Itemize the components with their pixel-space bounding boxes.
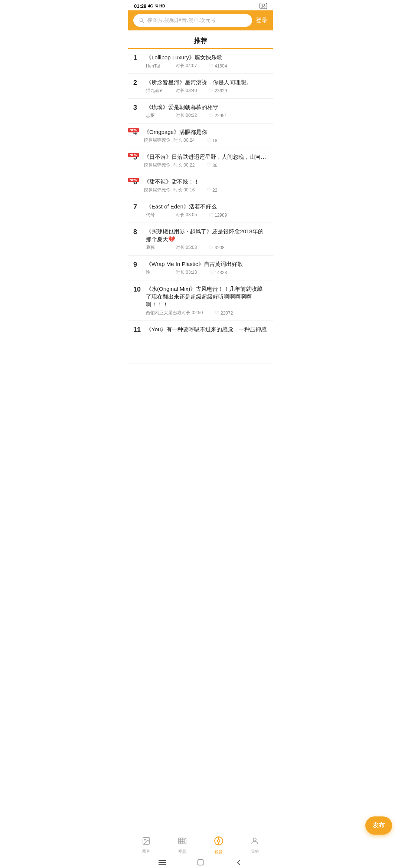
- new-badge: NEW: [128, 153, 139, 157]
- heart-icon: ♡: [207, 187, 211, 193]
- item-number: 9: [133, 260, 144, 269]
- item-content: 《Lollipop Luxury》腐女快乐歌 HenTai 时长:04:07 ♡…: [146, 53, 268, 69]
- item-meta: 猫九命♥ 时长:03:40 ♡ 23629: [146, 88, 268, 94]
- item-likes: ♡ 3208: [209, 245, 225, 250]
- item-content: 《日不落》日落跌进迢迢星野，人间忽晚，山河已秋 挖鼻屎弹死你. 时长:00:22…: [144, 153, 268, 168]
- heart-icon: ♡: [209, 113, 213, 118]
- item-author: 志枢: [146, 112, 176, 119]
- item-likes: ♡ 18: [207, 138, 217, 143]
- item-content: 《You》有一种要呼吸不过来的感觉，一种压抑感: [146, 325, 268, 333]
- item-content: 《East of Eden》活着不好么 代号 时长:03:05 ♡ 12989: [146, 203, 268, 218]
- item-likes: ♡ 36: [207, 162, 217, 168]
- likes-count: 3208: [215, 245, 225, 250]
- item-meta: 挖鼻屎弹死你. 时长:00:22 ♡ 36: [144, 162, 268, 168]
- heart-icon: ♡: [209, 88, 213, 93]
- item-number: 2: [133, 78, 144, 87]
- item-title: 《所念皆星河》星河滚烫，你是人间理想。: [146, 78, 268, 86]
- item-duration: 时长:00:24: [173, 137, 207, 144]
- likes-count: 41604: [215, 63, 227, 69]
- item-likes: ♡ 41604: [209, 63, 227, 69]
- list-item[interactable]: NEW 5 《日不落》日落跌进迢迢星野，人间忽晚，山河已秋 挖鼻屎弹死你. 时长…: [128, 148, 273, 173]
- status-bar: 01:28 4G ⇅ HD 13: [128, 0, 273, 10]
- item-likes: ♡ 22: [207, 187, 217, 193]
- item-duration: 时长:04:07: [176, 63, 209, 69]
- item-number: 7: [133, 203, 144, 211]
- item-number: 1: [133, 53, 144, 62]
- item-author: 代号: [146, 212, 176, 218]
- item-author: 葳蕤: [146, 244, 176, 251]
- item-duration: 时长:00:32: [176, 112, 209, 119]
- list-container: 1 《Lollipop Luxury》腐女快乐歌 HenTai 时长:04:07…: [128, 49, 273, 364]
- item-content: 《Omgpage》满眼都是你 挖鼻屎弹死你. 时长:00:24 ♡ 18: [144, 128, 268, 144]
- list-item[interactable]: 3 《琉璃》爱是朝朝暮暮的相守 志枢 时长:00:32 ♡ 22951: [128, 99, 273, 124]
- item-author: 挖鼻屎弹死你.: [144, 137, 173, 144]
- list-item[interactable]: NEW 4 《Omgpage》满眼都是你 挖鼻屎弹死你. 时长:00:24 ♡ …: [128, 124, 273, 148]
- item-meta: 晚. 时长:03:13 ♡ 14323: [146, 269, 268, 276]
- item-author: 挖鼻屎弹死你.: [144, 162, 173, 168]
- new-badge: NEW: [128, 128, 139, 132]
- item-title: 《Omgpage》满眼都是你: [144, 128, 268, 136]
- login-button[interactable]: 登录: [256, 17, 268, 24]
- list-item[interactable]: 2 《所念皆星河》星河滚烫，你是人间理想。 猫九命♥ 时长:03:40 ♡ 23…: [128, 74, 273, 99]
- item-author: 西伯利亚大尾巴狼: [146, 310, 182, 316]
- status-network: 4G: [148, 4, 153, 8]
- item-number: 10: [133, 285, 144, 293]
- new-badge: NEW: [128, 178, 139, 182]
- list-item[interactable]: 8 《买辣椒也用券 - 起风了》还是很怀念2018年的那个夏天💔 葳蕤 时长:0…: [128, 223, 273, 256]
- likes-count: 14323: [215, 270, 227, 275]
- battery-indicator: 13: [260, 3, 267, 9]
- item-title: 《Lollipop Luxury》腐女快乐歌: [146, 53, 268, 61]
- item-title: 《East of Eden》活着不好么: [146, 203, 268, 210]
- status-right: 13: [260, 3, 267, 9]
- item-author: HenTai: [146, 63, 176, 69]
- item-content: 《买辣椒也用券 - 起风了》还是很怀念2018年的那个夏天💔 葳蕤 时长:05:…: [146, 227, 268, 251]
- item-title: 《日不落》日落跌进迢迢星野，人间忽晚，山河已秋: [144, 153, 268, 161]
- page-title-wrap: 推荐: [128, 30, 273, 49]
- heart-icon: ♡: [207, 138, 211, 143]
- item-meta: 葳蕤 时长:05:03 ♡ 3208: [146, 244, 268, 251]
- list-item[interactable]: NEW 6 《甜不辣》甜不辣！！ 挖鼻屎弹死你. 时长:00:16 ♡ 22: [128, 173, 273, 198]
- list-item[interactable]: 11 《You》有一种要呼吸不过来的感觉，一种压抑感: [128, 321, 273, 364]
- item-likes: ♡ 22951: [209, 113, 227, 118]
- item-title: 《甜不辣》甜不辣！！: [144, 178, 268, 185]
- heart-icon: ♡: [209, 245, 213, 250]
- likes-count: 22: [212, 188, 217, 193]
- item-duration: 时长:03:40: [176, 88, 209, 94]
- list-item[interactable]: 7 《East of Eden》活着不好么 代号 时长:03:05 ♡ 1298…: [128, 198, 273, 223]
- likes-count: 12989: [215, 213, 227, 218]
- item-content: 《甜不辣》甜不辣！！ 挖鼻屎弹死你. 时长:00:16 ♡ 22: [144, 178, 268, 193]
- item-title: 《You》有一种要呼吸不过来的感觉，一种压抑感: [146, 325, 268, 333]
- item-meta: 西伯利亚大尾巴狼 时长:02:50 ♡ 22072: [146, 310, 268, 316]
- likes-count: 23629: [215, 88, 227, 93]
- page-title: 推荐: [194, 37, 207, 45]
- item-meta: 挖鼻屎弹死你. 时长:00:16 ♡ 22: [144, 187, 268, 193]
- item-duration: 时长:02:50: [182, 310, 215, 316]
- item-meta: HenTai 时长:04:07 ♡ 41604: [146, 63, 268, 69]
- heart-icon: ♡: [215, 310, 219, 316]
- search-placeholder: 搜图片.视频.轻音.漫画.次元号: [147, 17, 216, 24]
- item-likes: ♡ 22072: [215, 310, 233, 316]
- search-input-wrap[interactable]: 搜图片.视频.轻音.漫画.次元号: [133, 14, 252, 27]
- likes-count: 18: [212, 138, 217, 143]
- item-meta: 志枢 时长:00:32 ♡ 22951: [146, 112, 268, 119]
- item-meta: 挖鼻屎弹死你. 时长:00:24 ♡ 18: [144, 137, 268, 144]
- item-likes: ♡ 12989: [209, 212, 227, 218]
- item-author: 挖鼻屎弹死你.: [144, 187, 173, 193]
- item-likes: ♡ 23629: [209, 88, 227, 93]
- heart-icon: ♡: [209, 212, 213, 218]
- item-meta: 代号 时长:03:05 ♡ 12989: [146, 212, 268, 218]
- likes-count: 36: [212, 163, 217, 168]
- list-item[interactable]: 9 《Wrap Me In Plastic》自古黄词出好歌 晚. 时长:03:1…: [128, 256, 273, 280]
- item-title: 《买辣椒也用券 - 起风了》还是很怀念2018年的那个夏天💔: [146, 227, 268, 243]
- item-duration: 时长:03:05: [176, 212, 209, 218]
- search-icon: [138, 17, 144, 23]
- list-item[interactable]: 1 《Lollipop Luxury》腐女快乐歌 HenTai 时长:04:07…: [128, 49, 273, 74]
- status-left: 01:28 4G ⇅ HD: [134, 3, 165, 9]
- list-item[interactable]: 10 《水(Original Mix)》古风电音！！几年前就收藏了现在翻出来还是…: [128, 280, 273, 321]
- item-content: 《水(Original Mix)》古风电音！！几年前就收藏了现在翻出来还是超级超…: [146, 285, 268, 316]
- item-likes: ♡ 14323: [209, 270, 227, 275]
- item-number: 11: [133, 325, 144, 334]
- item-content: 《Wrap Me In Plastic》自古黄词出好歌 晚. 时长:03:13 …: [146, 260, 268, 276]
- item-content: 《所念皆星河》星河滚烫，你是人间理想。 猫九命♥ 时长:03:40 ♡ 2362…: [146, 78, 268, 94]
- status-time: 01:28: [134, 3, 146, 9]
